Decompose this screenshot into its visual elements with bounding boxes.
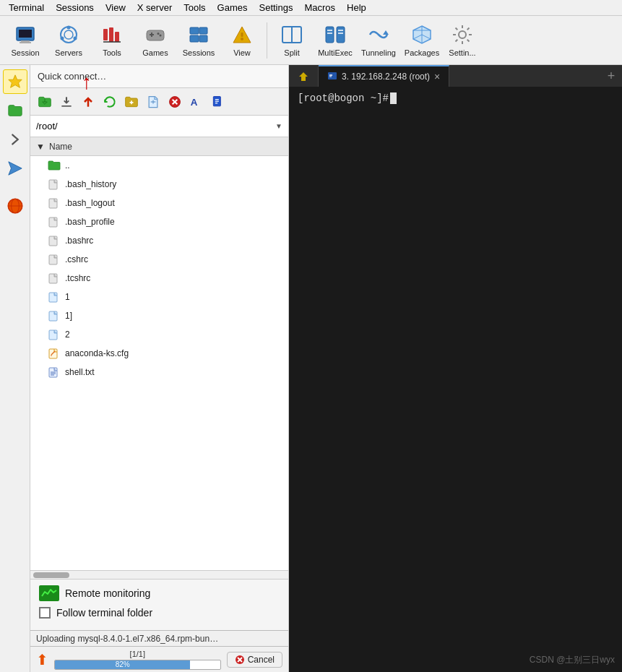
- menu-games[interactable]: Games: [212, 1, 254, 14]
- scrollbar-thumb[interactable]: [33, 572, 69, 578]
- file-name: .bash_profile: [65, 217, 115, 227]
- toolbar-tools-btn[interactable]: Tools: [91, 19, 133, 62]
- remote-monitoring-label: Remote monitoring: [65, 587, 150, 599]
- menu-tools[interactable]: Tools: [178, 1, 211, 14]
- list-item[interactable]: .cshrc: [30, 250, 288, 269]
- progress-bar-wrap: 82%: [54, 660, 221, 670]
- file-name: .bashrc: [65, 236, 93, 246]
- list-item[interactable]: anaconda-ks.cfg: [30, 344, 288, 363]
- file-name: .bash_history: [65, 179, 116, 189]
- menu-help[interactable]: Help: [341, 1, 372, 14]
- file-panel: Quick connect… ↑: [30, 65, 289, 672]
- upload-status-text: Uploading mysql-8.4.0-1.el7.x86_64.rpm-b…: [36, 634, 218, 644]
- list-item[interactable]: 1: [30, 288, 288, 306]
- side-star-btn[interactable]: [3, 69, 27, 94]
- file-tb-upload-btn[interactable]: [35, 92, 55, 112]
- file-tb-newfolder-btn[interactable]: [121, 92, 142, 112]
- svg-rect-64: [49, 293, 57, 302]
- file-name: .tcshrc: [65, 273, 90, 283]
- file-tb-refresh-btn[interactable]: [100, 92, 120, 112]
- menu-xserver[interactable]: X server: [131, 1, 178, 14]
- list-item[interactable]: .bash_history: [30, 175, 288, 194]
- list-item[interactable]: .bashrc: [30, 231, 288, 250]
- list-item[interactable]: .bash_profile: [30, 212, 288, 231]
- svg-marker-40: [8, 75, 21, 87]
- svg-text:A: A: [191, 97, 198, 108]
- upload-status-bar: Uploading mysql-8.4.0-1.el7.x86_64.rpm-b…: [30, 630, 288, 646]
- toolbar-session-btn[interactable]: Session: [4, 19, 46, 62]
- list-item[interactable]: .tcshrc: [30, 269, 288, 288]
- toolbar-settings-btn[interactable]: Settin...: [444, 19, 480, 62]
- toolbar-multiexec-label: MultiExec: [318, 48, 353, 57]
- menu-macros[interactable]: Macros: [298, 1, 341, 14]
- svg-point-23: [241, 38, 243, 40]
- file-tb-delete-btn[interactable]: [165, 92, 185, 112]
- menu-view[interactable]: View: [100, 1, 131, 14]
- toolbar-games-btn[interactable]: Games: [134, 19, 176, 62]
- file-name: anaconda-ks.cfg: [65, 348, 129, 358]
- list-item[interactable]: 2: [30, 325, 288, 344]
- main-toolbar: Session Servers Tools Games: [0, 16, 622, 65]
- list-item[interactable]: .bash_logout: [30, 194, 288, 212]
- progress-label: [1/1]: [54, 650, 221, 658]
- toolbar-packages-btn[interactable]: Packages: [401, 19, 443, 62]
- toolbar-tools-label: Tools: [103, 48, 121, 57]
- toolbar-tunneling-btn[interactable]: Tunneling: [358, 19, 399, 62]
- terminal-tab-home[interactable]: [289, 65, 319, 87]
- svg-point-5: [64, 30, 73, 39]
- path-input[interactable]: [36, 121, 275, 132]
- menubar: Terminal Sessions View X server Tools Ga…: [0, 0, 622, 16]
- terminal-content[interactable]: [root@bogon ~]#: [289, 87, 622, 672]
- terminal-cursor: [390, 92, 397, 104]
- terminal-prompt: [root@bogon ~]#: [298, 92, 613, 104]
- menu-settings[interactable]: Settings: [254, 1, 299, 14]
- svg-marker-77: [299, 72, 308, 81]
- svg-rect-61: [49, 236, 57, 246]
- svg-rect-9: [103, 29, 108, 40]
- terminal-tab-close[interactable]: ×: [434, 72, 440, 82]
- svg-rect-62: [49, 255, 57, 264]
- follow-folder-checkbox[interactable]: [39, 607, 51, 619]
- file-tb-newfile-btn[interactable]: [143, 92, 163, 112]
- upload-icon-btn[interactable]: ⬆: [36, 651, 48, 668]
- list-item[interactable]: ..: [30, 156, 288, 175]
- toolbar-split-btn[interactable]: Split: [271, 19, 313, 62]
- cancel-button[interactable]: Cancel: [227, 652, 282, 668]
- side-globe-btn[interactable]: [3, 194, 27, 218]
- progress-bar-fill: 82%: [55, 660, 190, 669]
- toolbar-servers-btn[interactable]: Servers: [48, 19, 90, 62]
- file-list[interactable]: .. .bash_history .bash_logout .bash_prof…: [30, 156, 288, 570]
- svg-rect-18: [190, 27, 199, 34]
- file-name: .cshrc: [65, 254, 88, 264]
- file-tb-rename-btn[interactable]: A: [186, 92, 207, 112]
- svg-rect-58: [49, 180, 57, 189]
- menu-terminal[interactable]: Terminal: [3, 1, 50, 14]
- horizontal-scrollbar[interactable]: [30, 570, 288, 579]
- svg-rect-60: [49, 217, 57, 227]
- file-tb-up-btn[interactable]: ↑: [78, 92, 98, 112]
- toolbar-tunneling-label: Tunneling: [361, 48, 396, 57]
- toolbar-view-btn[interactable]: View: [221, 19, 263, 62]
- svg-point-6: [67, 26, 71, 30]
- svg-rect-63: [49, 274, 57, 283]
- svg-rect-65: [49, 311, 57, 321]
- terminal-prompt-text: [root@bogon ~]#: [298, 92, 389, 104]
- file-tb-info-btn[interactable]: [208, 92, 228, 112]
- side-send-btn[interactable]: [3, 156, 27, 181]
- side-arrow-btn[interactable]: [3, 127, 27, 152]
- remote-monitoring[interactable]: Remote monitoring: [39, 585, 280, 601]
- toolbar-sessions-btn[interactable]: Sessions: [178, 19, 220, 62]
- quick-connect[interactable]: Quick connect…: [30, 65, 288, 88]
- terminal-tab-add[interactable]: +: [600, 65, 622, 87]
- list-item[interactable]: 1]: [30, 306, 288, 325]
- side-folder-btn[interactable]: [3, 98, 27, 123]
- svg-rect-19: [199, 27, 207, 34]
- file-toolbar: ↑ A: [30, 88, 288, 116]
- path-dropdown-btn[interactable]: ▼: [275, 122, 282, 130]
- list-item[interactable]: shell.txt: [30, 363, 288, 382]
- menu-sessions[interactable]: Sessions: [50, 1, 100, 14]
- toolbar-multiexec-btn[interactable]: MultiExec: [314, 19, 356, 62]
- file-tb-download-btn[interactable]: [56, 92, 77, 112]
- terminal-tab-active[interactable]: 3. 192.168.2.248 (root) ×: [319, 65, 449, 87]
- follow-terminal-folder[interactable]: Follow terminal folder: [39, 607, 280, 619]
